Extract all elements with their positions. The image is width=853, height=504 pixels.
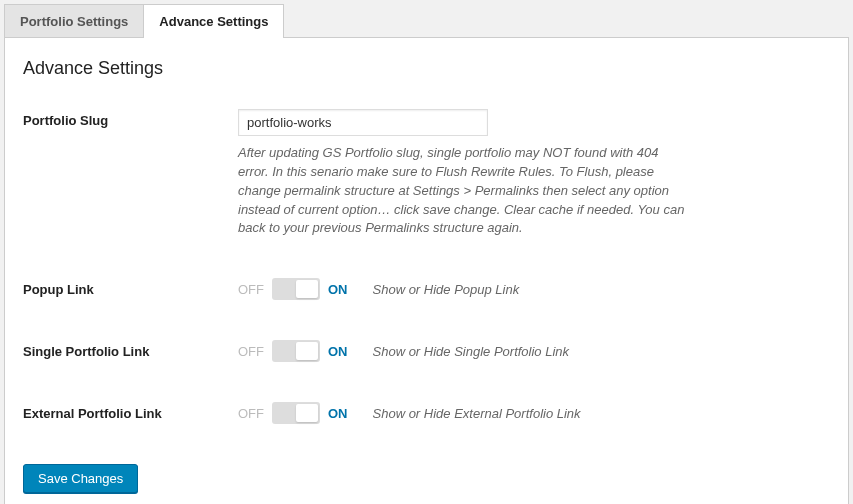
single-portfolio-link-toggle[interactable] bbox=[272, 340, 320, 362]
save-changes-button[interactable]: Save Changes bbox=[23, 464, 138, 493]
page-title: Advance Settings bbox=[23, 58, 830, 79]
external-portfolio-link-toggle[interactable] bbox=[272, 402, 320, 424]
off-label: OFF bbox=[238, 406, 264, 421]
tab-advance-settings[interactable]: Advance Settings bbox=[143, 4, 284, 38]
row-popup-link: Popup Link OFF ON Show or Hide Popup Lin… bbox=[23, 278, 830, 300]
toggle-knob bbox=[296, 404, 318, 422]
row-portfolio-slug: Portfolio Slug After updating GS Portfol… bbox=[23, 109, 830, 238]
submit-row: Save Changes bbox=[23, 464, 830, 493]
off-label: OFF bbox=[238, 282, 264, 297]
portfolio-slug-input[interactable] bbox=[238, 109, 488, 136]
label-single-portfolio-link: Single Portfolio Link bbox=[23, 344, 238, 359]
label-portfolio-slug: Portfolio Slug bbox=[23, 109, 238, 128]
toggle-knob bbox=[296, 342, 318, 360]
settings-panel: Advance Settings Portfolio Slug After up… bbox=[4, 37, 849, 504]
on-label: ON bbox=[328, 406, 348, 421]
label-external-portfolio-link: External Portfolio Link bbox=[23, 406, 238, 421]
settings-tabs: Portfolio Settings Advance Settings bbox=[0, 0, 853, 38]
external-portfolio-link-desc: Show or Hide External Portfolio Link bbox=[373, 406, 581, 421]
tab-portfolio-settings[interactable]: Portfolio Settings bbox=[4, 4, 144, 38]
on-label: ON bbox=[328, 282, 348, 297]
single-portfolio-link-desc: Show or Hide Single Portfolio Link bbox=[373, 344, 570, 359]
portfolio-slug-help: After updating GS Portfolio slug, single… bbox=[238, 144, 688, 238]
on-label: ON bbox=[328, 344, 348, 359]
row-single-portfolio-link: Single Portfolio Link OFF ON Show or Hid… bbox=[23, 340, 830, 362]
popup-link-toggle[interactable] bbox=[272, 278, 320, 300]
row-external-portfolio-link: External Portfolio Link OFF ON Show or H… bbox=[23, 402, 830, 424]
popup-link-desc: Show or Hide Popup Link bbox=[373, 282, 520, 297]
off-label: OFF bbox=[238, 344, 264, 359]
label-popup-link: Popup Link bbox=[23, 282, 238, 297]
toggle-knob bbox=[296, 280, 318, 298]
